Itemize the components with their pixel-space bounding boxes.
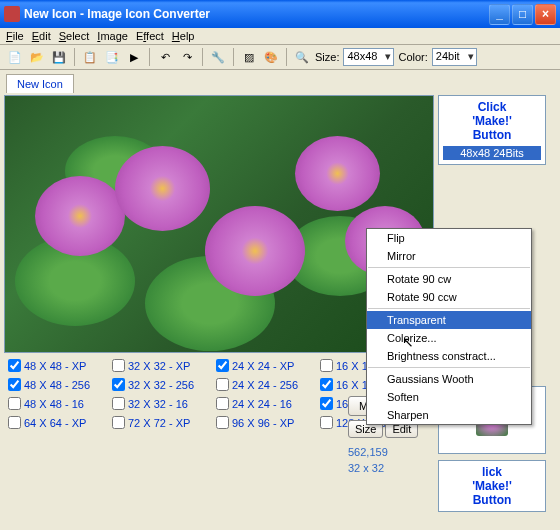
side-info-upper: Click 'Make!' Button 48x48 24Bits [438, 95, 546, 165]
copy-icon[interactable]: 📋 [81, 48, 99, 66]
size-checkbox[interactable] [216, 416, 229, 429]
size-checkbox[interactable] [112, 359, 125, 372]
size-checkbox[interactable] [320, 397, 333, 410]
size-option[interactable]: 32 X 32 - XP [112, 359, 210, 372]
size-option[interactable]: 64 X 64 - XP [8, 416, 106, 429]
tabs: New Icon [0, 70, 560, 93]
ctx-rotate-cw[interactable]: Rotate 90 cw [367, 270, 531, 288]
ctx-rotate-ccw[interactable]: Rotate 90 ccw [367, 288, 531, 306]
tool-icon[interactable]: 🔧 [209, 48, 227, 66]
size-checkbox[interactable] [112, 378, 125, 391]
size-option[interactable]: 24 X 24 - 16 [216, 397, 314, 410]
menu-help[interactable]: Help [172, 30, 195, 42]
size-option[interactable]: 32 X 32 - 16 [112, 397, 210, 410]
size-option[interactable]: 48 X 48 - 256 [8, 378, 106, 391]
size-select[interactable]: 48x48 [343, 48, 394, 66]
size-checkbox[interactable] [216, 359, 229, 372]
size-label-text: 32 X 32 - 256 [128, 379, 194, 391]
size-option[interactable]: 96 X 96 - XP [216, 416, 314, 429]
size-label-text: 48 X 48 - 16 [24, 398, 84, 410]
size-label-text: 48 X 48 - XP [24, 360, 86, 372]
play-icon[interactable]: ▶ [125, 48, 143, 66]
minimize-button[interactable]: _ [489, 4, 510, 25]
menu-select[interactable]: Select [59, 30, 90, 42]
size-label-text: 72 X 72 - XP [128, 417, 190, 429]
size-option[interactable]: 24 X 24 - 256 [216, 378, 314, 391]
app-icon [4, 6, 20, 22]
tab-new-icon[interactable]: New Icon [6, 74, 74, 93]
new-icon[interactable]: 📄 [6, 48, 24, 66]
size-option[interactable]: 48 X 48 - 16 [8, 397, 106, 410]
menu-file[interactable]: File [6, 30, 24, 42]
size-option[interactable]: 32 X 32 - 256 [112, 378, 210, 391]
ctx-mirror[interactable]: Mirror [367, 247, 531, 265]
side-selected-format[interactable]: 48x48 24Bits [443, 146, 541, 160]
size-option[interactable]: 24 X 24 - XP [216, 359, 314, 372]
color-select[interactable]: 24bit [432, 48, 477, 66]
menu-image[interactable]: Image [97, 30, 128, 42]
size-label-text: 32 X 32 - XP [128, 360, 190, 372]
ctx-gaussian[interactable]: Gaussians Wooth [367, 370, 531, 388]
side-info-lower: lick 'Make!' Button [438, 460, 546, 512]
size-label-text: 24 X 24 - 256 [232, 379, 298, 391]
open-icon[interactable]: 📂 [28, 48, 46, 66]
close-button[interactable]: × [535, 4, 556, 25]
undo-icon[interactable]: ↶ [156, 48, 174, 66]
size-checkbox[interactable] [112, 397, 125, 410]
window-title: New Icon - Image Icon Converter [24, 7, 489, 21]
size-checkbox[interactable] [320, 416, 333, 429]
size-checkbox[interactable] [216, 397, 229, 410]
redo-icon[interactable]: ↷ [178, 48, 196, 66]
ctx-soften[interactable]: Soften [367, 388, 531, 406]
zoom-icon[interactable]: 🔍 [293, 48, 311, 66]
size-checkbox[interactable] [216, 378, 229, 391]
size-label: Size: [315, 51, 339, 63]
maximize-button[interactable]: □ [512, 4, 533, 25]
save-icon[interactable]: 💾 [50, 48, 68, 66]
size-label-text: 64 X 64 - XP [24, 417, 86, 429]
titlebar[interactable]: New Icon - Image Icon Converter _ □ × [0, 0, 560, 28]
ctx-transparent[interactable]: Transparent [367, 311, 531, 329]
color-label: Color: [398, 51, 427, 63]
status-dim: 32 x 32 [348, 462, 384, 474]
menubar: File Edit Select Image Effect Help [0, 28, 560, 45]
size-option[interactable]: 48 X 48 - XP [8, 359, 106, 372]
size-checkbox[interactable] [8, 359, 21, 372]
size-checkbox[interactable] [320, 378, 333, 391]
transparent-icon[interactable]: ▨ [240, 48, 258, 66]
size-checkbox[interactable] [320, 359, 333, 372]
menu-edit[interactable]: Edit [32, 30, 51, 42]
size-checkbox[interactable] [112, 416, 125, 429]
size-checkbox[interactable] [8, 397, 21, 410]
context-menu: Flip Mirror Rotate 90 cw Rotate 90 ccw T… [366, 228, 532, 425]
size-label-text: 24 X 24 - XP [232, 360, 294, 372]
ctx-brightness[interactable]: Brightness constract... [367, 347, 531, 365]
ctx-flip[interactable]: Flip [367, 229, 531, 247]
color-icon[interactable]: 🎨 [262, 48, 280, 66]
menu-effect[interactable]: Effect [136, 30, 164, 42]
size-label-text: 24 X 24 - 16 [232, 398, 292, 410]
size-checkbox[interactable] [8, 378, 21, 391]
toolbar: 📄 📂 💾 📋 📑 ▶ ↶ ↷ 🔧 ▨ 🎨 🔍 Size: 48x48 Colo… [0, 45, 560, 70]
status-coords: 562,159 [348, 446, 388, 458]
size-label-text: 32 X 32 - 16 [128, 398, 188, 410]
size-option[interactable]: 72 X 72 - XP [112, 416, 210, 429]
ctx-colorize[interactable]: Colorize... [367, 329, 531, 347]
size-label-text: 48 X 48 - 256 [24, 379, 90, 391]
cursor-icon: ↖ [402, 334, 414, 350]
size-label-text: 96 X 96 - XP [232, 417, 294, 429]
ctx-sharpen[interactable]: Sharpen [367, 406, 531, 424]
paste-icon[interactable]: 📑 [103, 48, 121, 66]
size-checkbox[interactable] [8, 416, 21, 429]
